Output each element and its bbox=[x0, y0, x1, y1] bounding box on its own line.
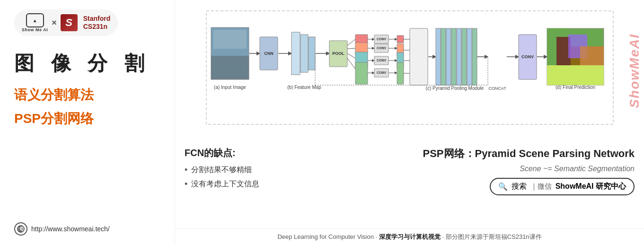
svg-rect-55 bbox=[436, 28, 441, 85]
svg-rect-56 bbox=[441, 28, 446, 85]
svg-rect-57 bbox=[446, 28, 451, 85]
fcn-bullet-list: 分割结果不够精细 没有考虑上下文信息 bbox=[185, 165, 345, 189]
svg-line-27 bbox=[347, 48, 355, 49]
stanford-text: Stanford CS231n bbox=[83, 15, 111, 31]
psp-network-diagram: (a) Input Image CNN (b) Feature Map POOL bbox=[204, 9, 616, 139]
bullet-2: 没有考虑上下文信息 bbox=[185, 179, 345, 190]
website-area: http://www.showmeai.tech/ bbox=[14, 222, 160, 236]
website-icon bbox=[14, 222, 27, 236]
svg-rect-62 bbox=[472, 28, 477, 85]
svg-line-41 bbox=[347, 58, 355, 69]
svg-text:CONV: CONV bbox=[376, 59, 386, 62]
bullet-2-text: 没有考虑上下文信息 bbox=[191, 179, 259, 189]
svg-rect-59 bbox=[457, 28, 461, 85]
search-icon: 🔍 bbox=[498, 182, 508, 191]
search-bar[interactable]: 🔍 搜索 ｜微信 ShowMeAI 研究中心 bbox=[490, 178, 635, 195]
right-content: PSP网络：Pyramid Scene Parsing Network Scen… bbox=[355, 147, 635, 228]
fcn-title: FCN的缺点: bbox=[185, 147, 345, 159]
svg-rect-47 bbox=[397, 62, 404, 84]
stanford-logo: S Stanford CS231n bbox=[61, 14, 111, 31]
content-area: FCN的缺点: 分割结果不够精细 没有考虑上下文信息 PSP网络：Pyramid… bbox=[175, 142, 644, 228]
logo-area: Show Me AI × S Stanford CS231n bbox=[14, 9, 118, 36]
svg-line-20 bbox=[347, 39, 355, 45]
svg-rect-14 bbox=[309, 37, 315, 70]
svg-rect-48 bbox=[410, 28, 428, 85]
footer-text-suffix: · 部分图片来源于斯坦福CS231n课件 bbox=[441, 233, 542, 240]
svg-rect-12 bbox=[291, 32, 300, 75]
search-brand: ShowMeAI 研究中心 bbox=[556, 182, 626, 192]
subtitle-2: PSP分割网络 bbox=[14, 110, 160, 128]
svg-line-34 bbox=[347, 53, 355, 58]
showmeai-icon bbox=[26, 13, 44, 27]
svg-rect-6 bbox=[213, 30, 247, 49]
search-label: 搜索 bbox=[512, 182, 527, 192]
stanford-s-icon: S bbox=[61, 14, 78, 31]
right-panel: (a) Input Image CNN (b) Feature Map POOL bbox=[175, 0, 644, 245]
svg-rect-61 bbox=[467, 28, 472, 85]
page-title: 图 像 分 割 bbox=[14, 50, 160, 77]
svg-rect-13 bbox=[300, 35, 308, 72]
footer-text-bold: 深度学习与计算机视觉 bbox=[379, 233, 441, 240]
search-divider: ｜微信 bbox=[530, 182, 552, 191]
svg-text:CONV: CONV bbox=[376, 71, 386, 74]
svg-rect-26 bbox=[397, 35, 404, 43]
stanford-name: Stanford bbox=[83, 15, 111, 23]
svg-text:(b) Feature Map: (b) Feature Map bbox=[287, 85, 321, 90]
svg-rect-5 bbox=[211, 56, 249, 79]
left-content: FCN的缺点: 分割结果不够精细 没有考虑上下文信息 bbox=[185, 147, 345, 228]
svg-text:CNN: CNN bbox=[264, 51, 273, 56]
svg-text:CONCAT: CONCAT bbox=[488, 86, 506, 91]
search-bar-area: 🔍 搜索 ｜微信 ShowMeAI 研究中心 bbox=[355, 178, 635, 195]
svg-rect-78 bbox=[580, 46, 604, 65]
svg-rect-58 bbox=[451, 28, 456, 85]
svg-text:(d) Final Prediction: (d) Final Prediction bbox=[556, 85, 595, 90]
svg-text:POOL: POOL bbox=[332, 51, 344, 56]
bullet-1-text: 分割结果不够精细 bbox=[191, 165, 252, 175]
cross-symbol: × bbox=[52, 18, 57, 28]
bullet-1: 分割结果不够精细 bbox=[185, 165, 345, 175]
showmeai-text: Show Me AI bbox=[22, 27, 48, 32]
stanford-course: CS231n bbox=[83, 23, 111, 31]
svg-text:CONV: CONV bbox=[376, 46, 386, 50]
subtitle-1: 语义分割算法 bbox=[14, 86, 160, 104]
svg-text:CONV: CONV bbox=[521, 54, 533, 59]
psp-subtitle: Scene ~= Semantic Segmentation bbox=[355, 165, 635, 173]
svg-text:(c) Pyramid Pooling Module: (c) Pyramid Pooling Module bbox=[425, 86, 484, 91]
website-url[interactable]: http://www.showmeai.tech/ bbox=[31, 225, 110, 233]
left-panel: Show Me AI × S Stanford CS231n 图 像 分 割 语… bbox=[0, 0, 175, 245]
svg-rect-75 bbox=[547, 65, 604, 85]
showmeai-logo: Show Me AI bbox=[22, 13, 48, 32]
svg-rect-42 bbox=[355, 62, 368, 84]
svg-text:(a) Input Image: (a) Input Image bbox=[214, 85, 246, 90]
footer-text-plain: Deep Learning for Computer Vision · bbox=[277, 233, 379, 240]
diagram-area: (a) Input Image CNN (b) Feature Map POOL bbox=[175, 0, 644, 142]
svg-text:CONV: CONV bbox=[376, 37, 386, 41]
footer-area: Deep Learning for Computer Vision · 深度学习… bbox=[175, 228, 644, 245]
psp-title: PSP网络：Pyramid Scene Parsing Network bbox=[355, 147, 635, 161]
svg-rect-60 bbox=[462, 28, 467, 85]
diagram-svg: (a) Input Image CNN (b) Feature Map POOL bbox=[185, 7, 635, 140]
